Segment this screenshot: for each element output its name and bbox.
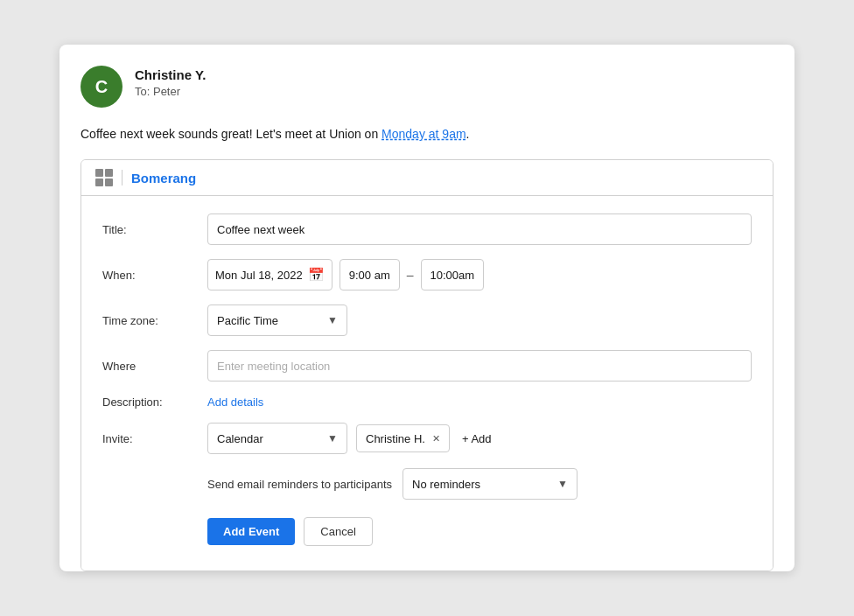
date-value: Mon Jul 18, 2022 xyxy=(215,269,303,282)
where-input[interactable] xyxy=(207,350,752,382)
meeting-time-link[interactable]: Monday at 9am xyxy=(382,127,466,141)
time-end-field[interactable]: 10:00am xyxy=(421,259,485,290)
bomerang-title: Bomerang xyxy=(131,171,196,186)
invite-fields: Calendar ▼ Christine H. ✕ + Add xyxy=(207,423,752,454)
reminder-row: Send email reminders to participants No … xyxy=(102,468,752,500)
description-label: Description: xyxy=(102,396,207,409)
when-label: When: xyxy=(102,269,207,282)
bomerang-panel: Bomerang Title: When: Mon Jul 18, 2022 📅… xyxy=(80,159,774,571)
email-container: C Christine Y. To: Peter Coffee next wee… xyxy=(60,45,794,571)
invite-label: Invite: xyxy=(102,432,207,445)
chevron-down-icon: ▼ xyxy=(327,314,338,326)
date-field[interactable]: Mon Jul 18, 2022 📅 xyxy=(207,259,332,290)
reminder-select[interactable]: No reminders ▼ xyxy=(402,468,578,500)
invite-person-chip: Christine H. ✕ xyxy=(356,424,450,452)
chevron-down-icon: ▼ xyxy=(557,478,568,490)
timezone-row: Time zone: Pacific Time ▼ xyxy=(102,304,752,336)
add-details-link[interactable]: Add details xyxy=(207,396,263,409)
timezone-label: Time zone: xyxy=(102,314,207,327)
add-event-button[interactable]: Add Event xyxy=(207,518,295,545)
bomerang-header: Bomerang xyxy=(81,160,773,196)
sender-to: To: Peter xyxy=(135,84,206,100)
when-row: When: Mon Jul 18, 2022 📅 9:00 am – 10:00… xyxy=(102,259,752,290)
title-input[interactable] xyxy=(207,214,752,245)
title-row: Title: xyxy=(102,214,752,245)
invite-calendar-select[interactable]: Calendar ▼ xyxy=(207,423,347,454)
bomerang-body: Title: When: Mon Jul 18, 2022 📅 9:00 am … xyxy=(81,196,773,570)
time-start-field[interactable]: 9:00 am xyxy=(340,259,400,290)
title-label: Title: xyxy=(102,223,207,236)
email-body: Coffee next week sounds great! Let's mee… xyxy=(80,125,774,144)
sender-name: Christine Y. xyxy=(135,66,206,84)
calendar-icon: 📅 xyxy=(308,267,325,283)
bomerang-divider xyxy=(122,170,122,186)
where-row: Where xyxy=(102,350,752,382)
remove-person-icon[interactable]: ✕ xyxy=(432,433,440,444)
invite-row: Invite: Calendar ▼ Christine H. ✕ + Add xyxy=(102,423,752,454)
bomerang-grid-icon xyxy=(95,169,113,186)
email-header: C Christine Y. To: Peter xyxy=(80,66,774,108)
avatar: C xyxy=(80,66,122,108)
timezone-select[interactable]: Pacific Time ▼ xyxy=(207,304,347,336)
add-invite-link[interactable]: + Add xyxy=(462,432,492,445)
action-row: Add Event Cancel xyxy=(102,517,752,550)
when-fields: Mon Jul 18, 2022 📅 9:00 am – 10:00am xyxy=(207,259,752,290)
reminder-text: Send email reminders to participants xyxy=(207,478,392,491)
where-label: Where xyxy=(102,360,207,373)
chevron-down-icon: ▼ xyxy=(327,432,338,444)
cancel-button[interactable]: Cancel xyxy=(304,517,372,546)
time-dash: – xyxy=(407,268,414,282)
description-row: Description: Add details xyxy=(102,396,752,409)
sender-info: Christine Y. To: Peter xyxy=(135,66,206,100)
